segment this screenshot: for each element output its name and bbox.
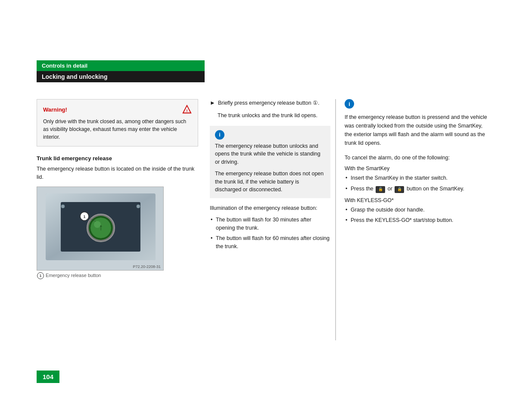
keyless-bullet-list: Grasp the outside door handle. Press the…	[345, 206, 491, 225]
trunk-lid-title: Trunk lid emergency release	[37, 155, 198, 162]
svg-text:P72.20-2208-31: P72.20-2208-31	[133, 265, 161, 269]
smartkey-bullet-2-post: button on the SmartKey.	[407, 186, 464, 192]
warning-label: Warning!	[43, 106, 67, 113]
with-smartkey-label: With the SmartKey	[345, 165, 491, 171]
warning-triangle-icon: !	[182, 105, 192, 114]
smartkey-bullet-2: Press the 🔓 or 🔒 button on the SmartKey.	[345, 185, 491, 193]
right-info-icon: i	[345, 99, 354, 109]
arrow-instruction-text: Briefly press emergency release button ①…	[218, 99, 320, 107]
svg-point-16	[137, 205, 140, 208]
trunk-image: ↑ 1 P72.20-2208-31	[37, 187, 164, 271]
info-text-1b: The emergency release button does not op…	[215, 170, 325, 194]
middle-column: ► Briefly press emergency release button…	[210, 99, 330, 253]
smartkey-bullet-2-mid: or	[388, 186, 392, 192]
image-caption: 1 Emergency release button	[37, 272, 198, 279]
smartkey-bullet-list: Insert the SmartKey in the starter switc…	[345, 174, 491, 193]
lock-key-icon: 🔒	[395, 186, 404, 193]
info-text-1a: The emergency release button unlocks and…	[215, 142, 325, 166]
cancel-alarm-text: To cancel the alarm, do one of the follo…	[345, 153, 491, 162]
svg-text:↑: ↑	[99, 222, 103, 232]
illumination-bullet-list: The button will flash for 30 minutes aft…	[210, 216, 330, 251]
smartkey-bullet-1: Insert the SmartKey in the starter switc…	[345, 174, 491, 182]
keyless-bullet-2: Press the KEYLESS-GO* start/stop button.	[345, 216, 491, 224]
svg-text:!: !	[186, 109, 187, 113]
arrow-bullet-icon: ►	[210, 100, 215, 106]
right-info-main: If the emergency release button is press…	[345, 113, 491, 147]
warning-text: Only drive with the trunk closed as, amo…	[43, 118, 192, 141]
controls-in-detail-label: Controls in detail	[37, 60, 205, 71]
arrow-instruction: ► Briefly press emergency release button…	[210, 99, 330, 107]
bullet-item-60min: The button will flash for 60 minutes aft…	[210, 234, 330, 251]
info-icon-1: i	[215, 130, 224, 140]
svg-point-15	[61, 205, 65, 208]
page-container: Controls in detail Locking and unlocking…	[0, 0, 532, 411]
right-column: i If the emergency release button is pre…	[345, 99, 491, 227]
caption-circle-icon: 1	[37, 272, 44, 279]
column-divider	[335, 99, 336, 340]
trunk-description: The emergency release button is located …	[37, 165, 198, 181]
warning-box: Warning! ! Only drive with the trunk clo…	[37, 99, 198, 146]
locking-unlocking-label: Locking and unlocking	[37, 71, 205, 82]
header-section: Controls in detail Locking and unlocking	[37, 60, 205, 82]
caption-text: Emergency release button	[46, 272, 101, 277]
smartkey-bullet-2-pre: Press the	[351, 186, 373, 192]
unlock-key-icon: 🔓	[376, 186, 385, 193]
with-keyless-label: With KEYLESS-GO*	[345, 197, 491, 203]
trunk-illustration: ↑ 1 P72.20-2208-31	[37, 187, 163, 270]
trunk-svg: ↑ 1 P72.20-2208-31	[37, 187, 164, 271]
illumination-title: Illumination of the emergency release bu…	[210, 204, 330, 212]
page-number: 104	[37, 371, 59, 383]
svg-text:1: 1	[83, 215, 85, 219]
trunk-result-text: The trunk unlocks and the trunk lid open…	[210, 112, 330, 120]
info-box-1: i The emergency release button unlocks a…	[210, 126, 330, 199]
warning-title-row: Warning! !	[43, 105, 192, 114]
arrow-text-content: Briefly press emergency release button ①…	[218, 100, 320, 106]
left-column: Warning! ! Only drive with the trunk clo…	[37, 99, 198, 281]
bullet-item-30min: The button will flash for 30 minutes aft…	[210, 216, 330, 232]
keyless-bullet-1: Grasp the outside door handle.	[345, 206, 491, 214]
